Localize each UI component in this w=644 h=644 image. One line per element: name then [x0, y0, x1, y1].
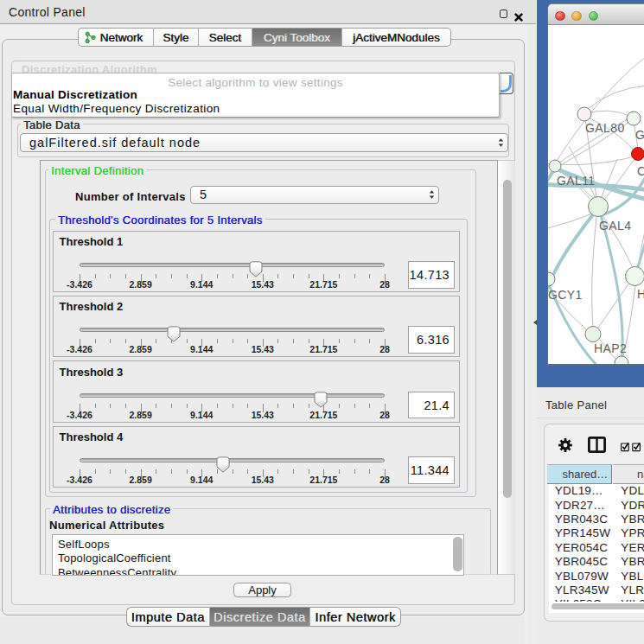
svg-text:GAL4: GAL4: [599, 219, 631, 233]
svg-text:C: C: [637, 164, 644, 178]
svg-text:HAP2: HAP2: [594, 341, 627, 355]
svg-text:GAL80: GAL80: [585, 121, 625, 135]
svg-text:GCY1: GCY1: [548, 288, 583, 302]
svg-text:GAL11: GAL11: [557, 174, 596, 188]
svg-text:GA: GA: [635, 128, 644, 142]
svg-text:H: H: [637, 287, 644, 301]
